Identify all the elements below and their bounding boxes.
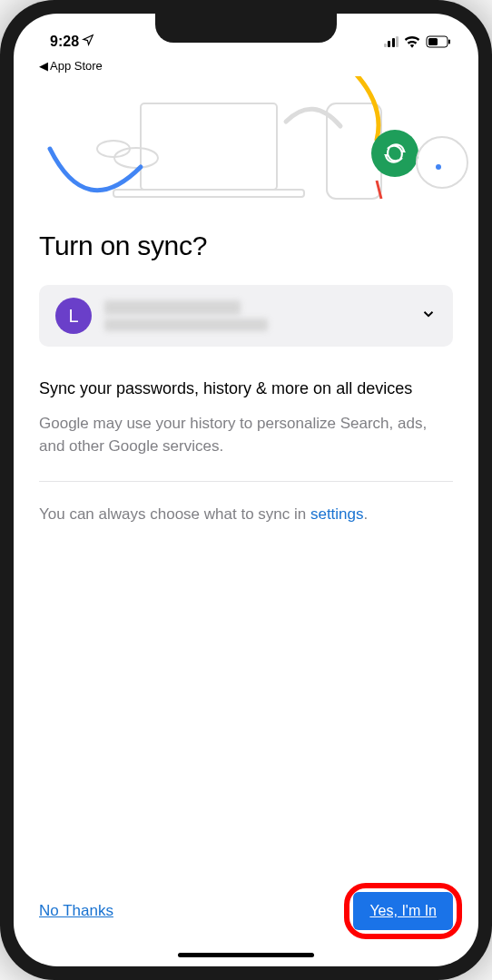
cellular-signal-icon xyxy=(384,36,399,47)
yes-im-in-button[interactable]: Yes, I'm In xyxy=(353,892,453,930)
no-thanks-button[interactable]: No Thanks xyxy=(39,902,113,920)
screen: 9:28 ◀ xyxy=(14,14,478,966)
settings-link[interactable]: settings xyxy=(310,505,364,523)
divider xyxy=(39,481,453,482)
home-indicator[interactable] xyxy=(178,953,314,957)
account-selector[interactable]: L xyxy=(39,285,453,347)
back-to-app-link[interactable]: ◀ App Store xyxy=(14,59,478,76)
notch xyxy=(155,14,337,43)
sync-description-title: Sync your passwords, history & more on a… xyxy=(39,377,453,400)
avatar: L xyxy=(55,298,92,334)
svg-rect-3 xyxy=(141,103,277,190)
chevron-down-icon xyxy=(420,306,437,327)
back-app-label: App Store xyxy=(50,59,103,73)
account-name-redacted xyxy=(104,300,241,315)
account-email-redacted xyxy=(104,318,268,331)
svg-rect-2 xyxy=(448,40,450,44)
location-arrow-icon xyxy=(82,34,94,50)
settings-hint-prefix: You can always choose what to sync in xyxy=(39,505,310,523)
account-text xyxy=(104,300,408,331)
phone-frame: 9:28 ◀ xyxy=(0,0,492,980)
svg-rect-1 xyxy=(428,38,438,45)
page-heading: Turn on sync? xyxy=(39,230,453,261)
battery-icon xyxy=(426,35,451,48)
svg-point-13 xyxy=(436,164,441,170)
sync-description-sub: Google may use your history to personali… xyxy=(39,413,453,457)
svg-point-6 xyxy=(114,148,158,168)
sync-illustration xyxy=(14,76,478,212)
status-time: 9:28 xyxy=(50,34,79,50)
svg-rect-4 xyxy=(113,190,304,197)
avatar-letter: L xyxy=(68,306,78,327)
settings-hint: You can always choose what to sync in se… xyxy=(39,505,453,524)
svg-point-12 xyxy=(417,137,467,188)
wifi-icon xyxy=(404,35,420,48)
settings-hint-suffix: . xyxy=(364,505,369,523)
svg-point-9 xyxy=(371,130,418,177)
back-chevron-icon: ◀ xyxy=(39,59,48,73)
